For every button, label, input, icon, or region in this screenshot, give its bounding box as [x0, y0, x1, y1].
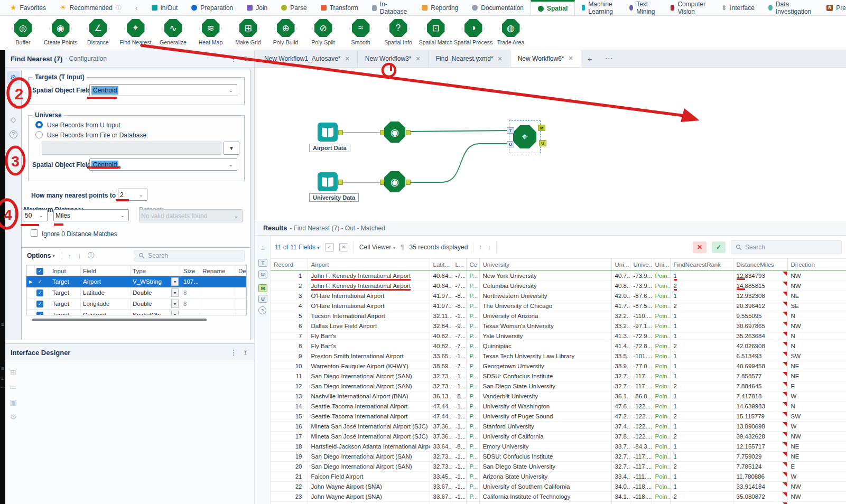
- table-row[interactable]: 13Nashville International Airport (BNA)3…: [271, 391, 846, 401]
- cell-findnearestrank[interactable]: 1: [670, 351, 733, 361]
- cell-ce[interactable]: P...: [466, 281, 479, 291]
- cell-ce[interactable]: P...: [466, 411, 479, 421]
- results-search-input[interactable]: Search: [731, 240, 842, 254]
- cell-distancemiles[interactable]: 20.396412: [733, 301, 787, 311]
- cell-ce[interactable]: P...: [466, 331, 479, 341]
- input-anchor-u[interactable]: U: [507, 141, 514, 147]
- cell-uni[interactable]: 34.0...: [611, 481, 630, 491]
- cell-uni[interactable]: Poin...: [652, 471, 670, 481]
- cell-l[interactable]: -1...: [452, 451, 466, 461]
- cell-latit[interactable]: 32.73...: [430, 371, 452, 381]
- cell-university[interactable]: Vanderbilt University: [479, 391, 611, 401]
- results-column-header-unive[interactable]: Unive...: [630, 259, 652, 270]
- workflow-canvas[interactable]: Airport Data ◉ University Data ◉ ⌖ T U M…: [254, 68, 846, 221]
- cell-record[interactable]: 9: [271, 351, 308, 361]
- rename-cell[interactable]: [200, 276, 236, 287]
- max-distance-value-select[interactable]: 50 ⌄: [23, 209, 48, 221]
- input-anchor[interactable]: [380, 180, 385, 185]
- cell-uni[interactable]: 33.2...: [611, 321, 630, 331]
- options-button[interactable]: Options: [27, 252, 51, 259]
- table-row[interactable]: 7Fly Bart's40.82...-7...P...Yale Univers…: [271, 331, 846, 341]
- apply-filter-button[interactable]: ✓: [712, 241, 726, 253]
- cell-record[interactable]: 10: [271, 361, 308, 371]
- cell-unive[interactable]: -117....: [630, 371, 652, 381]
- fields-dropdown[interactable]: 11 of 11 Fields ▾: [275, 244, 320, 251]
- cell-uni[interactable]: Poin...: [652, 301, 670, 311]
- table-row[interactable]: 15Seattle-Tacoma International Airport47…: [271, 411, 846, 421]
- cell-unive[interactable]: -97.1...: [630, 321, 652, 331]
- table-row[interactable]: 16Mineta San José International Airport …: [271, 421, 846, 431]
- cell-ce[interactable]: P...: [466, 491, 479, 501]
- cell-airport[interactable]: San Diego International Airport (SAN): [308, 381, 430, 391]
- cell-unive[interactable]: -77.0...: [630, 361, 652, 371]
- table-row[interactable]: 21Falcon Field Airport33.45...-1...P...A…: [271, 471, 846, 481]
- results-column-header-university[interactable]: University: [479, 259, 611, 270]
- cell-unive[interactable]: -117....: [630, 451, 652, 461]
- cell-findnearestrank[interactable]: 1: [670, 451, 733, 461]
- cell-airport[interactable]: Fly Bart's: [308, 341, 430, 351]
- cell-unive[interactable]: -111....: [630, 471, 652, 481]
- cell-unive[interactable]: -101....: [630, 351, 652, 361]
- table-row[interactable]: 3O'Hare International Airport41.97...-8.…: [271, 291, 846, 301]
- cell-uni[interactable]: Poin...: [652, 331, 670, 341]
- cell-university[interactable]: San Diego State University: [479, 381, 611, 391]
- input-u-anchor-icon[interactable]: U: [258, 270, 267, 278]
- clear-filter-button[interactable]: ✕: [693, 241, 706, 253]
- cell-uni[interactable]: 37.4...: [611, 421, 630, 431]
- cell-record[interactable]: 5: [271, 311, 308, 321]
- row-checkbox-cell[interactable]: ✓: [34, 276, 50, 287]
- cell-distancemiles[interactable]: 17.703113: [733, 501, 787, 504]
- cell-latit[interactable]: 40.64...: [430, 281, 452, 291]
- cell-ce[interactable]: P...: [466, 361, 479, 371]
- cell-l[interactable]: -1...: [452, 411, 466, 421]
- help-icon[interactable]: ?: [7, 128, 20, 141]
- row-checkbox-cell[interactable]: ✓: [34, 298, 50, 310]
- cell-uni[interactable]: Poin...: [652, 311, 670, 321]
- cell-latit[interactable]: 33.67...: [430, 491, 452, 501]
- cell-airport[interactable]: O'Hare International Airport: [308, 301, 430, 311]
- cell-uni[interactable]: Poin...: [652, 351, 670, 361]
- ribbon-tab-in-database[interactable]: In-Database: [365, 0, 415, 15]
- cell-findnearestrank[interactable]: 1: [670, 391, 733, 401]
- workflow-tab-find-nearest-yxmd[interactable]: Find_Nearest.yxmd*✕: [429, 50, 510, 67]
- ribbon-tab-interface[interactable]: ⇕Interface: [714, 0, 761, 15]
- cell-latit[interactable]: 32.73...: [430, 381, 452, 391]
- cell-uni[interactable]: Poin...: [652, 411, 670, 421]
- chevron-down-icon[interactable]: ▾: [171, 277, 179, 286]
- field-options-row[interactable]: ✓TargetCentroidSpatialObj▾: [27, 310, 247, 316]
- cell-latit[interactable]: 37.61...: [430, 501, 452, 504]
- cell-direction[interactable]: NE: [787, 361, 846, 371]
- cell-record[interactable]: 18: [271, 441, 308, 451]
- select-fields-icon[interactable]: ✓: [325, 243, 334, 251]
- cell-distancemiles[interactable]: 9.555095: [733, 311, 787, 321]
- ribbon-tab-item[interactable]: ‹: [128, 0, 145, 15]
- palette-tool-poly-split[interactable]: ›⊘›Poly-Split: [304, 16, 342, 50]
- cell-unive[interactable]: -122....: [630, 431, 652, 441]
- cell-findnearestrank[interactable]: 1: [670, 421, 733, 431]
- cell-ce[interactable]: P...: [466, 381, 479, 391]
- cell-unive[interactable]: -118....: [630, 481, 652, 491]
- cell-unive[interactable]: -117....: [630, 381, 652, 391]
- cell-findnearestrank[interactable]: 1: [670, 291, 733, 301]
- cell-direction[interactable]: NE: [787, 451, 846, 461]
- cell-airport[interactable]: Seattle-Tacoma International Airport: [308, 411, 430, 421]
- cell-uni[interactable]: 33.7...: [611, 441, 630, 451]
- cell-record[interactable]: 12: [271, 381, 308, 391]
- cell-record[interactable]: 6: [271, 321, 308, 331]
- table-row[interactable]: 20San Diego International Airport (SAN)3…: [271, 461, 846, 471]
- cell-record[interactable]: 7: [271, 331, 308, 341]
- cell-l[interactable]: -1...: [452, 421, 466, 431]
- rename-cell[interactable]: [200, 310, 236, 316]
- cell-airport[interactable]: Mineta San José International Airport (S…: [308, 431, 430, 441]
- table-row[interactable]: 11San Diego International Airport (SAN)3…: [271, 371, 846, 381]
- cell-findnearestrank[interactable]: 2: [670, 281, 733, 291]
- field-options-row[interactable]: ✓TargetLongitudeDouble▾8: [27, 298, 247, 310]
- row-checkbox-cell[interactable]: ✓: [34, 287, 50, 298]
- cell-distancemiles[interactable]: 35.263684: [733, 331, 787, 341]
- cell-airport[interactable]: San Diego International Airport (SAN): [308, 451, 430, 461]
- cell-unive[interactable]: -122....: [630, 421, 652, 431]
- cell-l[interactable]: -1...: [452, 481, 466, 491]
- cell-unive[interactable]: -72.8...: [630, 341, 652, 351]
- table-row[interactable]: 4O'Hare International Airport41.97...-8.…: [271, 301, 846, 311]
- cell-direction[interactable]: NE: [787, 291, 846, 301]
